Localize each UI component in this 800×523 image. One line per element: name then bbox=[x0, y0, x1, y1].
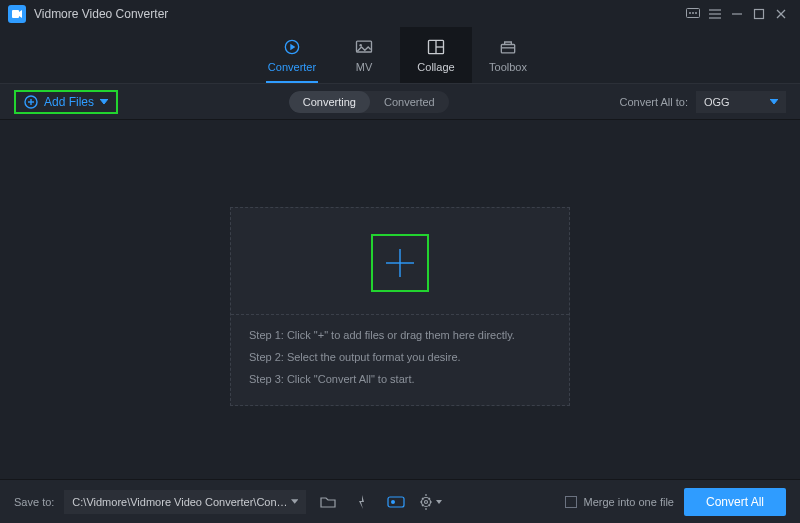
segment-converted[interactable]: Converted bbox=[370, 91, 449, 113]
footer-bar: Save to: C:\Vidmore\Vidmore Video Conver… bbox=[0, 479, 800, 523]
format-selected-value: OGG bbox=[704, 96, 730, 108]
convert-all-to-label: Convert All to: bbox=[620, 96, 688, 108]
convert-all-to: Convert All to: OGG bbox=[620, 91, 786, 113]
svg-point-2 bbox=[689, 12, 690, 13]
tab-mv[interactable]: MV bbox=[328, 27, 400, 83]
tab-label: MV bbox=[356, 61, 373, 73]
checkbox-box bbox=[565, 496, 577, 508]
merge-label: Merge into one file bbox=[583, 496, 674, 508]
drop-area[interactable]: Step 1: Click "+" to add files or drag t… bbox=[230, 207, 570, 406]
svg-marker-33 bbox=[436, 500, 442, 504]
toolbar: Add Files Converting Converted Convert A… bbox=[0, 84, 800, 120]
chevron-down-icon bbox=[100, 99, 108, 105]
add-files-button[interactable]: Add Files bbox=[14, 90, 118, 114]
title-bar: Vidmore Video Converter bbox=[0, 0, 800, 28]
add-files-label: Add Files bbox=[44, 95, 94, 109]
minimize-button[interactable] bbox=[726, 3, 748, 25]
tab-label: Toolbox bbox=[489, 61, 527, 73]
save-path-value: C:\Vidmore\Vidmore Video Converter\Conve… bbox=[72, 496, 291, 508]
instruction-steps: Step 1: Click "+" to add files or drag t… bbox=[231, 315, 569, 405]
svg-point-32 bbox=[424, 500, 427, 503]
svg-marker-25 bbox=[770, 99, 778, 104]
svg-point-3 bbox=[692, 12, 693, 13]
svg-rect-19 bbox=[501, 45, 514, 53]
app-title: Vidmore Video Converter bbox=[34, 7, 168, 21]
segment-converting[interactable]: Converting bbox=[289, 91, 370, 113]
svg-rect-0 bbox=[12, 10, 19, 18]
save-to-label: Save to: bbox=[14, 496, 54, 508]
maximize-button[interactable] bbox=[748, 3, 770, 25]
output-format-select[interactable]: OGG bbox=[696, 91, 786, 113]
svg-marker-24 bbox=[100, 99, 108, 104]
settings-button[interactable] bbox=[418, 490, 442, 514]
menu-icon[interactable] bbox=[704, 3, 726, 25]
tab-converter[interactable]: Converter bbox=[256, 27, 328, 83]
tab-collage[interactable]: Collage bbox=[400, 27, 472, 83]
main-content: Step 1: Click "+" to add files or drag t… bbox=[0, 120, 800, 479]
gpu-accel-off-icon[interactable] bbox=[350, 490, 374, 514]
add-files-plus-button[interactable] bbox=[371, 234, 429, 292]
svg-rect-29 bbox=[388, 497, 404, 507]
step-text: Step 3: Click "Convert All" to start. bbox=[249, 373, 551, 385]
app-window: Vidmore Video Converter Converter MV bbox=[0, 0, 800, 523]
tab-toolbox[interactable]: Toolbox bbox=[472, 27, 544, 83]
app-logo bbox=[8, 5, 26, 23]
chevron-down-icon bbox=[770, 99, 778, 105]
step-text: Step 1: Click "+" to add files or drag t… bbox=[249, 329, 551, 341]
svg-marker-13 bbox=[290, 44, 295, 51]
merge-checkbox[interactable]: Merge into one file bbox=[565, 496, 674, 508]
chevron-down-icon bbox=[291, 499, 298, 505]
svg-point-4 bbox=[695, 12, 696, 13]
svg-rect-9 bbox=[755, 10, 764, 19]
save-path-select[interactable]: C:\Vidmore\Vidmore Video Converter\Conve… bbox=[64, 490, 306, 514]
open-folder-button[interactable] bbox=[316, 490, 340, 514]
state-segmented: Converting Converted bbox=[289, 91, 449, 113]
feedback-icon[interactable] bbox=[682, 3, 704, 25]
tab-label: Converter bbox=[268, 61, 316, 73]
high-speed-on-icon[interactable] bbox=[384, 490, 408, 514]
svg-marker-28 bbox=[291, 499, 298, 504]
close-button[interactable] bbox=[770, 3, 792, 25]
step-text: Step 2: Select the output format you des… bbox=[249, 351, 551, 363]
convert-all-button[interactable]: Convert All bbox=[684, 488, 786, 516]
svg-point-30 bbox=[391, 500, 395, 504]
tab-label: Collage bbox=[417, 61, 454, 73]
main-nav: Converter MV Collage Toolbox bbox=[0, 28, 800, 84]
chevron-down-icon bbox=[436, 500, 442, 504]
